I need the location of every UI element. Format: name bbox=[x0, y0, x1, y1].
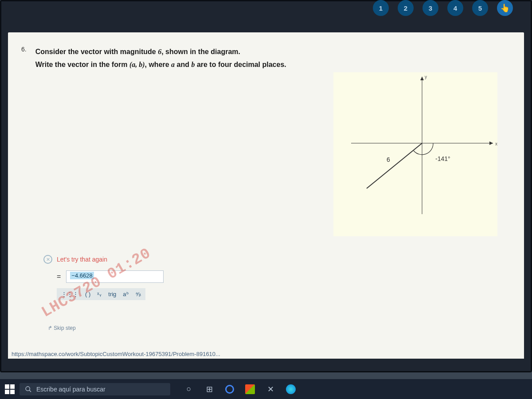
taskbar-search[interactable]: Escribe aquí para buscar bbox=[20, 383, 170, 395]
question-number: 6. bbox=[21, 46, 27, 71]
q-magnitude: 6 bbox=[158, 48, 161, 55]
search-icon bbox=[25, 386, 32, 393]
math-toolbar: ⋮⋮⋮ ( ) ᵡᵧ trig aᵇ ᵃ⁄ᵦ bbox=[57, 288, 145, 300]
answer-value: −4.6628 bbox=[70, 272, 94, 279]
x-arrow-icon bbox=[489, 141, 493, 145]
q-form-b: b bbox=[139, 61, 142, 68]
nav-step-3[interactable]: 3 bbox=[422, 0, 438, 16]
q-line2-mid: , where bbox=[145, 61, 172, 68]
answer-section: ✕ Let's try that again = −4.6628 ⋮⋮⋮ ( )… bbox=[43, 255, 164, 300]
nav-pointer-icon[interactable]: 👆 bbox=[497, 0, 513, 16]
vector-line bbox=[367, 143, 422, 188]
equals-sign: = bbox=[57, 273, 61, 281]
q-form-sep: , bbox=[135, 61, 139, 68]
q-line1-prefix: Consider the vector with magnitude bbox=[35, 48, 158, 55]
question-block: 6. Consider the vector with magnitude 6,… bbox=[21, 46, 511, 71]
skip-step-link[interactable]: Skip step bbox=[48, 325, 76, 331]
magnitude-label: 6 bbox=[387, 156, 390, 163]
nav-step-2[interactable]: 2 bbox=[398, 0, 414, 16]
diagram-svg: x y 6 -141° bbox=[333, 72, 497, 236]
answer-input-row: = −4.6628 bbox=[57, 270, 164, 283]
q-line2-prefix: Write the vector in the form bbox=[35, 61, 129, 68]
vector-diagram: x y 6 -141° bbox=[333, 72, 497, 236]
feedback-message: Let's try that again bbox=[57, 256, 107, 263]
fraction-button[interactable]: ᵃ⁄ᵦ bbox=[136, 291, 141, 297]
dismiss-feedback-button[interactable]: ✕ bbox=[43, 255, 52, 264]
y-axis-label: y bbox=[425, 74, 427, 79]
x-axis-label: x bbox=[495, 141, 497, 146]
power-button[interactable]: aᵇ bbox=[123, 291, 129, 297]
edge-icon[interactable] bbox=[285, 383, 297, 395]
taskbar: Escribe aquí para buscar ○ ⊞ ✕ bbox=[0, 379, 532, 399]
svg-point-0 bbox=[26, 387, 30, 391]
svg-line-1 bbox=[29, 390, 31, 392]
q-line2-suffix: are to four decimal places. bbox=[195, 61, 286, 68]
q-line2-and: and bbox=[175, 61, 191, 68]
search-placeholder: Escribe aquí para buscar bbox=[36, 386, 106, 393]
q-form-a: a bbox=[132, 61, 135, 68]
start-button[interactable] bbox=[4, 383, 16, 395]
status-url: https://mathspace.co/work/SubtopicCustom… bbox=[8, 349, 524, 359]
answer-input[interactable]: −4.6628 bbox=[66, 270, 164, 283]
chrome-icon[interactable] bbox=[223, 383, 236, 395]
paren-button[interactable]: ( ) bbox=[85, 291, 90, 297]
app-icon[interactable]: ✕ bbox=[264, 383, 277, 395]
taskbar-apps: ○ ⊞ ✕ bbox=[183, 383, 297, 395]
question-text: Consider the vector with magnitude 6, sh… bbox=[35, 46, 286, 71]
store-icon[interactable] bbox=[244, 383, 256, 395]
nav-step-5[interactable]: 5 bbox=[472, 0, 488, 16]
q-line1-suffix: , shown in the diagram. bbox=[161, 48, 240, 55]
special-button[interactable]: ᵡᵧ bbox=[97, 291, 102, 297]
keypad-button[interactable]: ⋮⋮⋮ bbox=[61, 291, 78, 297]
progress-nav: 1 2 3 4 5 👆 bbox=[373, 1, 513, 15]
q-var-a: a bbox=[171, 61, 175, 68]
y-arrow-icon bbox=[420, 77, 424, 80]
trig-button[interactable]: trig bbox=[108, 291, 116, 297]
screen-frame: 1 2 3 4 5 👆 6. Consider the vector with … bbox=[0, 0, 532, 372]
task-view-icon[interactable]: ⊞ bbox=[203, 383, 215, 395]
feedback-row: ✕ Let's try that again bbox=[43, 255, 164, 264]
angle-label: -141° bbox=[435, 155, 450, 162]
content-area: 6. Consider the vector with magnitude 6,… bbox=[8, 32, 524, 353]
nav-step-4[interactable]: 4 bbox=[447, 0, 463, 16]
windows-icon bbox=[5, 384, 15, 394]
nav-step-1[interactable]: 1 bbox=[373, 0, 389, 16]
cortana-icon[interactable]: ○ bbox=[183, 383, 195, 395]
angle-arc bbox=[414, 143, 433, 155]
